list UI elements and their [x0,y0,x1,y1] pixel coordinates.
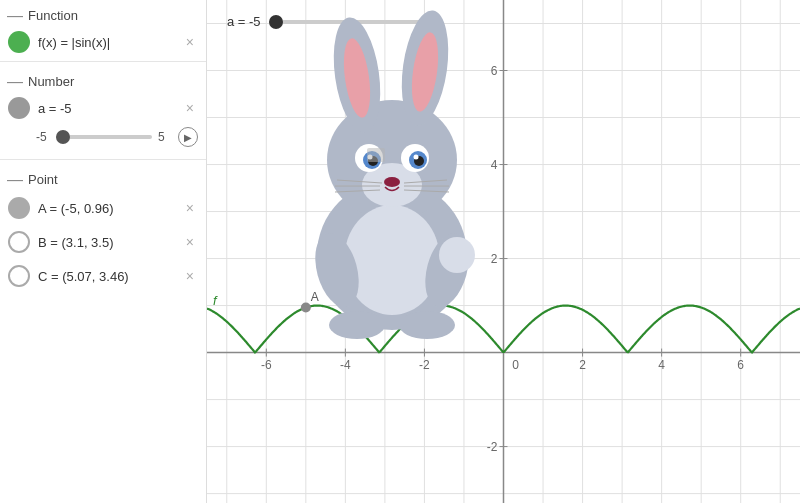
play-button[interactable]: ▶ [178,127,198,147]
point-C-circle [8,265,30,287]
number-a-circle [8,97,30,119]
number-a-close-icon[interactable]: × [182,98,198,118]
number-collapse-icon[interactable]: — [8,75,22,89]
point-C-close-icon[interactable]: × [182,266,198,286]
left-panel: — Function f(x) = |sin(x)| × — Number a … [0,0,207,503]
point-A-row: A = (-5, 0.96) × [0,191,206,225]
divider-2 [0,159,206,160]
point-A-close-icon[interactable]: × [182,198,198,218]
slider-max-label: 5 [158,130,172,144]
graph-slider-label: a = -5 [227,14,261,29]
point-section-header: — Point [0,164,206,191]
graph-slider-track[interactable] [269,20,429,24]
divider-1 [0,61,206,62]
number-a-label[interactable]: a = -5 [38,101,182,116]
slider-thumb[interactable] [56,130,70,144]
point-section-label: Point [28,172,58,187]
graph-panel[interactable]: a = -5 [207,0,800,503]
number-a-row: a = -5 × [0,93,206,123]
graph-slider-thumb[interactable] [269,15,283,29]
graph-slider-overlay: a = -5 [227,14,429,29]
play-icon: ▶ [184,132,192,143]
point-B-row: B = (3.1, 3.5) × [0,225,206,259]
point-C-label[interactable]: C = (5.07, 3.46) [38,269,182,284]
function-collapse-icon[interactable]: — [8,9,22,23]
point-B-label[interactable]: B = (3.1, 3.5) [38,235,182,250]
point-C-row: C = (5.07, 3.46) × [0,259,206,293]
point-B-close-icon[interactable]: × [182,232,198,252]
number-section-label: Number [28,74,74,89]
function-section-header: — Function [0,0,206,27]
function-color-dot [8,31,30,53]
number-section-header: — Number [0,66,206,93]
function-expression[interactable]: f(x) = |sin(x)| [38,35,182,50]
point-A-label[interactable]: A = (-5, 0.96) [38,201,182,216]
point-B-circle [8,231,30,253]
point-A-circle [8,197,30,219]
function-close-icon[interactable]: × [182,32,198,52]
slider-track[interactable] [56,135,152,139]
point-collapse-icon[interactable]: — [8,173,22,187]
slider-row: -5 5 ▶ [0,123,206,155]
graph-canvas[interactable] [207,0,800,503]
slider-min-label: -5 [36,130,50,144]
function-row: f(x) = |sin(x)| × [0,27,206,57]
function-section-label: Function [28,8,78,23]
